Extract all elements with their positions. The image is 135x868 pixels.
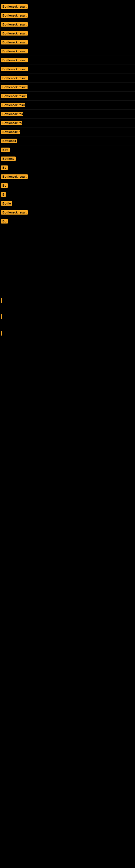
bottleneck-badge: Bott — [1, 148, 10, 152]
bottleneck-badge: Bottleneck re — [1, 130, 20, 134]
bottleneck-badge: Bottlene — [1, 156, 16, 161]
result-row: Bo — [0, 217, 135, 226]
result-row: Bottlene — [0, 154, 135, 163]
bottleneck-badge: Bottleneck result — [1, 49, 28, 54]
result-row: Bottleneck resu — [0, 101, 135, 110]
result-row: Bottle — [0, 199, 135, 208]
result-row: Bottleneck res — [0, 119, 135, 127]
bottom-bar — [0, 297, 135, 305]
result-row: Bottleneck result — [0, 65, 135, 74]
bottleneck-badge: Bottleneck result — [1, 94, 27, 98]
bottleneck-badge: Bottleneck result — [1, 58, 28, 62]
result-row: Bottleneck result — [0, 92, 135, 101]
result-row: Bottleneck result — [0, 2, 135, 11]
result-row: B — [0, 190, 135, 199]
vertical-bar-indicator — [1, 331, 2, 336]
bottleneck-badge: Bottleneck result — [1, 210, 28, 215]
bottleneck-badge: Bottle — [1, 201, 12, 206]
bottom-bar — [0, 313, 135, 321]
bottleneck-badge: Bottleneck result — [1, 67, 28, 71]
spacer-1 — [0, 226, 135, 297]
bottleneck-badge: Bottleneck result — [1, 175, 28, 179]
result-row: Bottleneck result — [0, 56, 135, 65]
bottom-bar — [0, 329, 135, 337]
results-container: Bottleneck resultBottleneck resultBottle… — [0, 2, 135, 226]
result-row: Bo — [0, 163, 135, 172]
bottleneck-badge: Bottleneck result — [1, 76, 28, 80]
result-row: Bottleneck result — [0, 83, 135, 92]
bottleneck-badge: Bottleneck res — [1, 112, 23, 116]
bottleneck-badge: Bottleneck result — [1, 4, 28, 9]
result-row: Bott — [0, 145, 135, 154]
result-row: Bottleneck result — [0, 29, 135, 38]
result-row: Bottleneck result — [0, 11, 135, 20]
footer-spacer — [0, 345, 135, 372]
vertical-bar-indicator — [1, 314, 2, 319]
result-row: Bottleneck result — [0, 38, 135, 47]
bottom-bars-container — [0, 297, 135, 345]
bottleneck-badge: Bottleneck result — [1, 22, 28, 27]
bottleneck-badge: Bo — [1, 219, 8, 223]
bottleneck-badge: Bo — [1, 183, 8, 188]
result-row: Bottleneck result — [0, 20, 135, 29]
result-row: Bottleneck res — [0, 110, 135, 119]
bottleneck-badge: B — [1, 192, 6, 197]
bottleneck-badge: Bottleneck result — [1, 31, 28, 35]
bottleneck-badge: Bottlenec — [1, 138, 17, 143]
vertical-bar-indicator — [1, 298, 2, 303]
site-title — [0, 0, 135, 2]
bottleneck-badge: Bottleneck res — [1, 121, 22, 125]
result-row: Bottleneck re — [0, 127, 135, 136]
result-row: Bottleneck result — [0, 208, 135, 217]
result-row: Bottleneck result — [0, 172, 135, 181]
bottleneck-badge: Bottleneck result — [1, 13, 28, 18]
result-row: Bottleneck result — [0, 74, 135, 83]
bottleneck-badge: Bo — [1, 165, 8, 170]
bottleneck-badge: Bottleneck result — [1, 40, 28, 44]
result-row: Bo — [0, 181, 135, 190]
bottleneck-badge: Bottleneck result — [1, 85, 28, 89]
bottleneck-badge: Bottleneck resu — [1, 103, 25, 107]
result-row: Bottlenec — [0, 136, 135, 145]
result-row: Bottleneck result — [0, 47, 135, 56]
